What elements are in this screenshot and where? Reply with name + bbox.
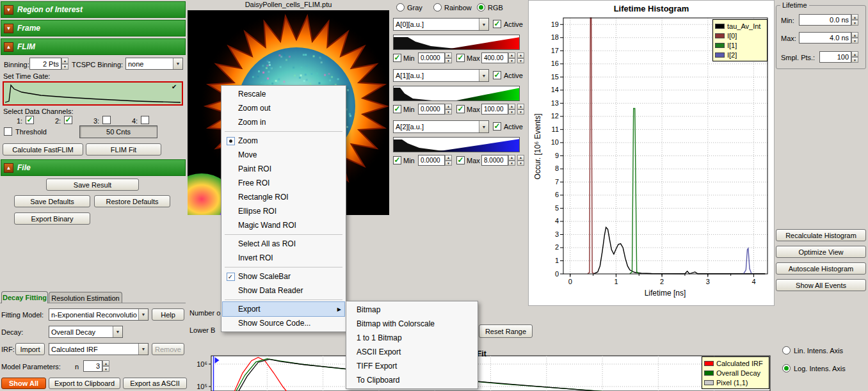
submenu-item-ascii-export[interactable]: ASCII Export [348,345,476,359]
irf-import-button[interactable]: Import [15,343,45,355]
channel-0-min-checkbox[interactable] [393,54,401,62]
channel-1-min-input[interactable]: 0.0000 [418,104,445,115]
spin-down-icon[interactable]: ▼ [851,20,858,26]
export-as-ascii-button[interactable]: Export as ASCII [123,378,187,389]
calculate-fastflim-button[interactable]: Calculate FastFLIM [3,143,83,156]
irf-select[interactable]: Calculated IRF▼ [49,343,149,355]
spin-down-icon[interactable]: ▼ [508,161,515,166]
channel-2-max-input[interactable]: 8.0000 [481,155,508,166]
lifetime-max-spinner[interactable]: ▲▼ [851,32,858,44]
menu-item-move[interactable]: Move [223,148,344,162]
channel-2-max-spinner[interactable]: ▲▼ [508,155,515,166]
spin-down-icon[interactable]: ▼ [102,366,109,372]
spin-up-icon[interactable]: ▲ [517,104,524,109]
restore-defaults-button[interactable]: Restore Defaults [94,195,170,207]
submenu-item-bitmap[interactable]: Bitmap [348,303,476,317]
n-input[interactable]: 3 [83,360,102,372]
channel-0-min-input[interactable]: 0.0000 [418,52,445,63]
channel-1-min-checkbox[interactable] [393,105,401,113]
spin-up-icon[interactable]: ▲ [517,52,524,58]
submenu-item-1-to-1-bitmap[interactable]: 1 to 1 Bitmap [348,331,476,345]
submenu-item-to-clipboard[interactable]: To Clipboard [348,373,476,387]
n-spinner[interactable]: ▲▼ [102,360,109,372]
channel-1-max-checkbox[interactable] [456,105,465,113]
flim-fit-button[interactable]: FLIM Fit [86,143,161,156]
lifetime-max-input[interactable]: 4.0 ns [799,32,851,44]
menu-item-show-source-code[interactable]: Show Source Code... [223,316,344,330]
section-header-flim[interactable]: ▲ FLIM [1,38,186,55]
menu-item-rescale[interactable]: Rescale [223,87,344,101]
menu-item-invert-roi[interactable]: Invert ROI [223,251,344,265]
channel-0-range-spinner[interactable]: ▲▼ [517,52,524,63]
rainbow-radio[interactable] [433,3,442,12]
menu-item-select-all-as-roi[interactable]: Select All as ROI [223,237,344,251]
menu-item-magic-wand-roi[interactable]: Magic Wand ROI [223,218,344,232]
spin-up-icon[interactable]: ▲ [851,51,858,57]
section-header-region-of-interest[interactable]: ▼ Region of Interest [1,1,186,18]
binning-spinner[interactable]: ▲▼ [61,58,68,70]
channel-1-min-spinner[interactable]: ▲▼ [445,104,452,115]
submenu-item-tiff-export[interactable]: TIFF Export [348,359,476,373]
binning-input[interactable]: 2 Pts [29,58,61,70]
channel-1-source-select[interactable]: A[1][a.u.]▼ [393,69,489,82]
channel-2-min-checkbox[interactable] [393,156,401,164]
menu-item-rectangle-roi[interactable]: Rectangle ROI [223,190,344,204]
export-binary-button[interactable]: Export Binary [14,212,90,225]
fitting-model-select[interactable]: n-Exponential Reconvolutio▼ [49,308,149,321]
spin-up-icon[interactable]: ▲ [445,104,452,109]
spin-up-icon[interactable]: ▲ [508,155,515,161]
spin-down-icon[interactable]: ▼ [445,58,452,64]
channel-2-checkbox[interactable] [64,116,72,124]
show-all-button[interactable]: Show All [1,378,46,389]
channel-2-range-spinner[interactable]: ▲▼ [517,155,524,166]
submenu-item-bitmap-with-colorscale[interactable]: Bitmap with Colorscale [348,317,476,331]
autoscale-histogram-button[interactable]: Autoscale Histogram [776,262,866,275]
channel-1-max-spinner[interactable]: ▲▼ [508,104,515,115]
export-to-clipboard-button[interactable]: Export to Clipboard [49,378,120,389]
show-all-events-button[interactable]: Show All Events [776,279,866,291]
spin-down-icon[interactable]: ▼ [61,64,68,70]
spin-up-icon[interactable]: ▲ [508,52,515,58]
spin-up-icon[interactable]: ▲ [851,32,858,38]
menu-item-export[interactable]: Export▶ [223,302,344,316]
channel-2-max-checkbox[interactable] [456,156,465,164]
channel-1-range-spinner[interactable]: ▲▼ [517,104,524,115]
spin-up-icon[interactable]: ▲ [445,155,452,161]
channel-1-checkbox[interactable] [26,116,34,124]
channel-4-checkbox[interactable] [141,116,149,124]
channel-1-max-input[interactable]: 100.00 [481,104,508,115]
menu-item-zoom[interactable]: Zoom [223,134,344,148]
spin-down-icon[interactable]: ▼ [851,57,858,63]
channel-2-source-select[interactable]: A[2][a.u.]▼ [393,120,489,133]
menu-item-ellipse-roi[interactable]: Ellipse ROI [223,204,344,218]
collapse-icon[interactable]: ▼ [4,5,13,15]
time-gate-plot[interactable]: ✔ [3,81,183,106]
lifetime-min-spinner[interactable]: ▲▼ [851,14,858,26]
channel-1-active-checkbox[interactable] [493,71,501,79]
menu-item-paint-roi[interactable]: Paint ROI [223,162,344,176]
save-result-button[interactable]: Save Result [46,179,139,191]
expand-icon[interactable]: ▲ [4,163,13,173]
save-defaults-button[interactable]: Save Defaults [14,195,90,207]
menu-item-show-data-reader[interactable]: Show Data Reader [223,283,344,298]
lin-intens-axis-radio[interactable] [782,346,791,355]
channel-0-min-spinner[interactable]: ▲▼ [445,52,452,63]
channel-0-max-spinner[interactable]: ▲▼ [508,52,515,63]
spin-up-icon[interactable]: ▲ [445,52,452,58]
spin-down-icon[interactable]: ▼ [517,109,524,115]
channel-2-min-spinner[interactable]: ▲▼ [445,155,452,166]
spin-down-icon[interactable]: ▼ [508,109,515,115]
sample-points-input[interactable]: 100 [819,51,851,63]
decay-select[interactable]: Overall Decay▼ [49,326,123,338]
spin-up-icon[interactable]: ▲ [102,360,109,366]
spin-down-icon[interactable]: ▼ [517,58,524,64]
channel-0-active-checkbox[interactable] [493,20,501,28]
spin-up-icon[interactable]: ▲ [508,104,515,109]
spin-down-icon[interactable]: ▼ [445,109,452,115]
menu-item-show-scalebar[interactable]: ✓Show ScaleBar [223,269,344,283]
menu-item-free-roi[interactable]: Free ROI [223,176,344,190]
tcspc-binning-select[interactable]: none▼ [125,58,183,70]
channel-0-max-checkbox[interactable] [456,54,465,62]
channel-0-max-input[interactable]: 400.00 [481,52,508,63]
channel-0-source-select[interactable]: A[0][a.u.]▼ [393,18,489,31]
